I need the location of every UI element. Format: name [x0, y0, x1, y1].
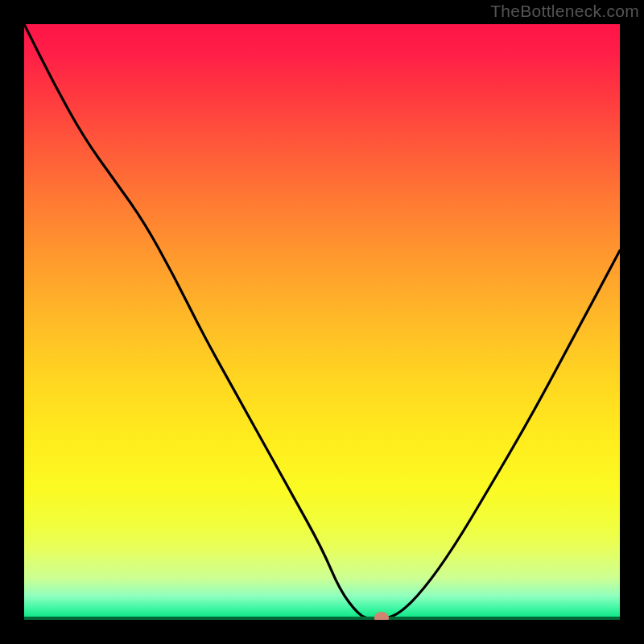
bottleneck-curve — [24, 24, 620, 620]
optimum-marker-icon — [374, 612, 389, 620]
chart-container: TheBottleneck.com — [0, 0, 644, 644]
plot-area — [24, 24, 620, 620]
baseline-strip — [24, 617, 620, 620]
attribution-text: TheBottleneck.com — [490, 2, 639, 21]
